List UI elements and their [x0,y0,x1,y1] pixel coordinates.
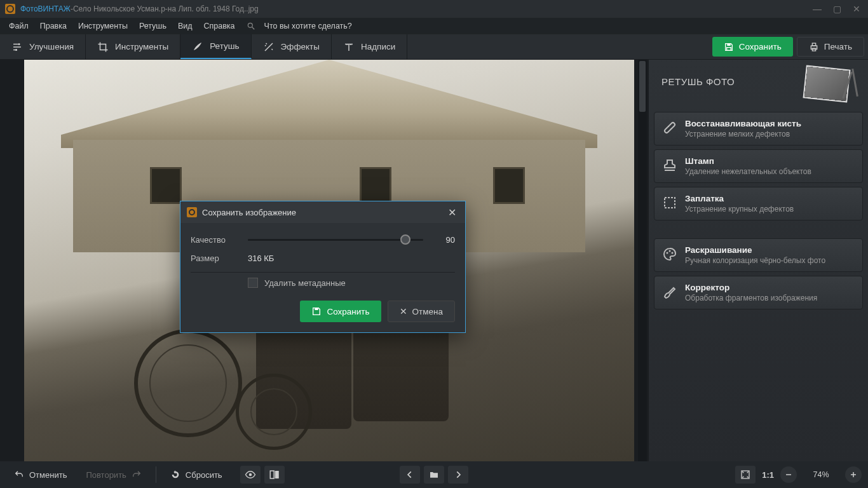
quality-row: Качество 90 [191,234,455,245]
checkbox-box[interactable] [248,278,258,288]
window-controls: — ▢ ✕ [813,4,863,14]
menu-bar: Файл Правка Инструменты Ретушь Вид Справ… [0,18,868,34]
svg-rect-5 [726,47,731,50]
svg-point-10 [668,126,669,127]
menu-view[interactable]: Вид [173,19,198,33]
tab-enhance[interactable]: Улучшения [0,34,86,59]
redo-icon [132,470,142,480]
slider-thumb[interactable] [400,234,410,245]
zoom-ratio[interactable]: 1:1 [762,470,774,480]
tool-patch[interactable]: Заплатка Устранение крупных дефектов [654,187,863,220]
floppy-icon [724,42,734,52]
dialog-titlebar[interactable]: Сохранить изображение ✕ [180,201,465,223]
tool-title: Раскрашивание [685,245,855,255]
eye-icon [245,469,256,480]
close-button[interactable]: ✕ [853,4,860,14]
svg-point-16 [248,473,252,477]
crop-icon [97,41,109,53]
svg-point-11 [670,128,672,130]
print-button[interactable]: Печать [797,37,864,57]
svg-point-15 [672,252,674,254]
tab-tools[interactable]: Инструменты [86,34,180,59]
menu-tools[interactable]: Инструменты [73,19,133,33]
minus-icon [785,471,792,478]
menu-edit[interactable]: Правка [35,19,72,33]
next-image-button[interactable] [448,466,468,484]
size-row: Размер 316 КБ [191,254,455,263]
dialog-icon [187,207,197,217]
app-icon [5,4,15,14]
text-icon [343,41,355,53]
tool-desc: Обработка фрагментов изображения [685,294,855,302]
open-folder-button[interactable] [424,466,444,484]
vertical-scrollbar[interactable] [638,60,647,461]
tab-retouch[interactable]: Ретушь [180,34,251,59]
menu-file[interactable]: Файл [4,19,34,33]
tab-effects[interactable]: Эффекты [252,34,332,59]
tool-title: Корректор [685,283,855,292]
preview-toggle[interactable] [240,466,261,484]
reset-icon [170,470,180,480]
panel-header: РЕТУШЬ ФОТО [649,60,868,112]
tab-bar: Улучшения Инструменты Ретушь Эффекты Над… [0,34,868,60]
dialog-save-button[interactable]: Сохранить [300,301,381,322]
tool-healing-brush[interactable]: Восстанавливающая кисть Устранение мелки… [654,112,863,146]
fit-screen-button[interactable] [735,466,756,484]
menu-retouch[interactable]: Ретушь [134,19,172,33]
dialog-title: Сохранить изображение [202,208,296,217]
panel-title: РЕТУШЬ ФОТО [661,76,735,87]
undo-button[interactable]: Отменить [6,466,74,484]
svg-rect-9 [664,122,675,133]
folder-icon [429,470,439,480]
tool-adjustment-brush[interactable]: Корректор Обработка фрагментов изображен… [654,276,863,309]
quality-slider[interactable] [248,234,423,245]
tab-label: Инструменты [115,42,168,51]
fit-icon [740,470,750,480]
svg-point-0 [248,23,252,27]
save-button[interactable]: Сохранить [712,37,793,57]
redo-button[interactable]: Повторить [78,466,149,484]
svg-rect-17 [270,471,274,478]
tab-label: Эффекты [281,42,320,51]
search-box[interactable]: Что вы хотите сделать? [247,19,357,33]
chevron-left-icon [405,470,414,479]
save-image-dialog: Сохранить изображение ✕ Качество 90 Разм… [180,201,466,333]
svg-rect-20 [315,308,318,310]
sliders-icon [11,41,23,53]
menu-help[interactable]: Справка [199,19,240,33]
dialog-buttons: Сохранить ✕ Отмена [191,301,455,322]
tool-clone-stamp[interactable]: Штамп Удаление нежелательных объектов [654,149,863,183]
undo-icon [14,470,24,480]
reset-button[interactable]: Сбросить [163,466,230,484]
tool-desc: Устранение мелких дефектов [685,130,855,139]
tool-list: Восстанавливающая кисть Устранение мелки… [649,112,868,313]
reset-label: Сбросить [186,470,222,480]
dialog-cancel-button[interactable]: ✕ Отмена [388,301,455,322]
maximize-button[interactable]: ▢ [833,4,841,14]
tool-title: Заплатка [685,194,855,203]
file-name: Село Никольское Усман.р-на Лип. обл. 194… [73,4,259,13]
checkbox-label: Удалить метаданные [264,278,346,288]
tool-title: Восстанавливающая кисть [685,119,855,128]
tab-label: Надписи [361,42,395,51]
size-value: 316 КБ [248,254,274,263]
svg-point-2 [18,43,20,45]
brush2-icon [662,284,677,299]
zoom-out-button[interactable] [780,466,797,483]
delete-metadata-checkbox[interactable]: Удалить метаданные [248,278,455,288]
svg-rect-18 [275,471,278,478]
floppy-icon [311,306,322,316]
minimize-button[interactable]: — [813,4,822,14]
print-label: Печать [824,42,852,51]
zoom-in-button[interactable] [845,466,862,483]
dialog-close-button[interactable]: ✕ [445,205,459,220]
compare-toggle[interactable] [264,466,285,484]
prev-image-button[interactable] [400,466,420,484]
tab-captions[interactable]: Надписи [332,34,407,59]
save-label: Сохранить [327,307,369,316]
tool-colorize[interactable]: Раскрашивание Ручная колоризация чёрно-б… [654,238,863,272]
zoom-controls: 1:1 74% [735,466,862,484]
palette-icon [662,247,677,262]
bandage-icon [662,120,677,135]
size-label: Размер [191,254,248,263]
